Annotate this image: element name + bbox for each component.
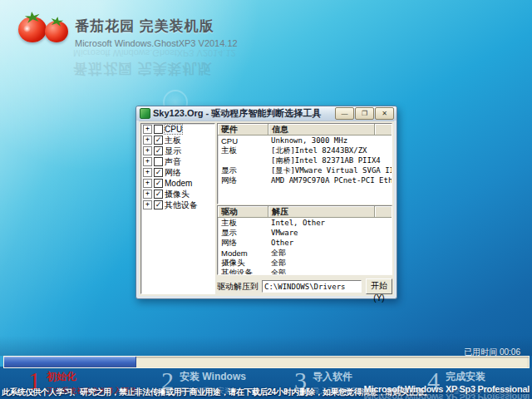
table-row[interactable]: 网络AMD AM79C970A PCnet-PCI Ethernet Ada..… [218, 175, 392, 185]
tree-item[interactable]: +✓网络 [141, 167, 214, 178]
device-checkbox[interactable] [154, 157, 163, 166]
table-row[interactable]: CPUUnknown, 3000 MHz [218, 135, 392, 145]
window-client-area: +CPU+✓主板+✓显示+声音+✓网络+✓Modem+✓摄像头+✓其他设备 硬件… [139, 121, 394, 296]
cell-value: 全部 [268, 268, 392, 276]
driver-table-body: 主板Intel, Other显示VMware网络OtherModem全部摄像头全… [218, 218, 392, 275]
driver-tool-window: Sky123.Org - 驱动程序智能判断选择工具 — ❐ ✕ +CPU+✓主板… [135, 106, 397, 299]
extract-row: 驱动解压到 开始(Y) [217, 278, 392, 294]
os-watermark: Microsoft Windows XP Sp3 Professional Mi… [364, 385, 530, 399]
hardware-table-body: CPUUnknown, 3000 MHz主板[北桥]Intel 82443BX/… [218, 135, 392, 185]
tree-item-label: 显示 [165, 145, 181, 157]
cell-label: 网络 [218, 175, 268, 186]
extract-path-input[interactable] [262, 280, 362, 293]
column-header[interactable]: 硬件 [218, 124, 268, 135]
hardware-table-header[interactable]: 硬件信息 [218, 124, 392, 135]
cell-value: [显卡]VMware Virtual SVGA II [268, 165, 392, 176]
column-header[interactable]: 信息 [268, 124, 375, 135]
cell-value: Other [268, 239, 392, 247]
tree-item[interactable]: +✓Modem [141, 178, 214, 189]
brand-logo: 番茄花园 完美装机版 Microsoft Windows.GhostXP3 V2… [18, 12, 238, 48]
tree-item-label: 主板 [165, 135, 181, 146]
cell-label: 主板 [218, 145, 268, 156]
tree-item[interactable]: +✓其他设备 [141, 200, 214, 210]
tree-item[interactable]: +声音 [141, 156, 214, 167]
expand-plus-icon[interactable]: + [143, 190, 152, 199]
tree-item-label: CPU [165, 125, 182, 134]
column-header[interactable] [375, 124, 392, 135]
brand-subtitle: Microsoft Windows.GhostXP3 V2014.12 [75, 38, 238, 48]
start-button[interactable]: 开始(Y) [366, 278, 392, 294]
column-header[interactable]: 解压 [268, 206, 375, 217]
cell-label: 网络 [218, 238, 268, 249]
expand-plus-icon[interactable]: + [143, 157, 152, 166]
table-row[interactable]: 其他设备全部 [218, 268, 392, 275]
column-header[interactable] [375, 206, 392, 217]
table-row[interactable]: 摄像头全部 [218, 258, 392, 268]
wallpaper-dark-band [0, 336, 532, 356]
tree-item[interactable]: +✓摄像头 [141, 189, 214, 200]
brand-reflection: 番茄花园 完美装机版 Microsoft Windows.GhostXP3 V2… [73, 48, 236, 78]
step-title: 完成安装 [446, 370, 513, 384]
desktop: 番茄花园 完美装机版 Microsoft Windows.GhostXP3 V2… [0, 0, 532, 399]
tree-item-label: Modem [165, 179, 192, 188]
tree-item-label: 网络 [165, 167, 181, 179]
driver-table: 驱动解压 主板Intel, Other显示VMware网络OtherModem全… [217, 205, 392, 275]
app-icon [140, 108, 150, 119]
cell-label: Modem [218, 249, 268, 258]
tree-item-label: 声音 [165, 156, 181, 168]
expand-plus-icon[interactable]: + [143, 125, 152, 134]
step-title: 初始化 [47, 370, 136, 384]
table-row[interactable]: 网络Other [218, 238, 392, 248]
cell-value: Unknown, 3000 MHz [268, 136, 392, 145]
expand-plus-icon[interactable]: + [143, 135, 152, 145]
title-bar[interactable]: Sky123.Org - 驱动程序智能判断选择工具 — ❐ ✕ [136, 106, 397, 121]
table-row[interactable]: 主板Intel, Other [218, 218, 392, 228]
cell-label: 其他设备 [218, 268, 268, 276]
cell-value: Intel, Other [268, 219, 392, 227]
tree-item[interactable]: +✓主板 [141, 135, 214, 145]
table-row[interactable]: 显示[显卡]VMware Virtual SVGA II [218, 165, 392, 175]
expand-plus-icon[interactable]: + [143, 200, 152, 209]
window-title: Sky123.Org - 驱动程序智能判断选择工具 [153, 107, 335, 120]
expand-plus-icon[interactable]: + [143, 168, 152, 177]
brand-title: 番茄花园 完美装机版 [75, 17, 238, 36]
device-checkbox[interactable]: ✓ [154, 179, 163, 188]
step-title: 安装 Windows [180, 370, 246, 384]
device-checkbox[interactable] [154, 125, 163, 134]
tree-item-label: 其他设备 [165, 200, 198, 211]
tree-item[interactable]: +✓显示 [141, 145, 214, 156]
table-row[interactable]: Modem全部 [218, 248, 392, 258]
device-checkbox[interactable]: ✓ [154, 190, 163, 199]
os-watermark-reflection: Microsoft Windows XP Sp3 Professional [364, 393, 530, 399]
progress-bar [3, 356, 530, 368]
column-header[interactable]: 驱动 [218, 206, 268, 217]
device-checkbox[interactable]: ✓ [154, 146, 163, 155]
maximize-button[interactable]: ❐ [355, 107, 374, 120]
device-checkbox[interactable]: ✓ [154, 135, 163, 145]
expand-plus-icon[interactable]: + [143, 146, 152, 155]
minimize-button[interactable]: — [335, 107, 354, 120]
device-checkbox[interactable]: ✓ [154, 168, 163, 177]
driver-table-header[interactable]: 驱动解压 [218, 206, 392, 218]
tree-item-label: 摄像头 [165, 189, 190, 200]
tree-item[interactable]: +CPU [141, 124, 214, 135]
expand-plus-icon[interactable]: + [143, 179, 152, 188]
cell-value: AMD AM79C970A PCnet-PCI Ethernet Ada... [268, 176, 392, 185]
tomato-logo-icon [18, 12, 70, 48]
table-row[interactable]: 显示VMware [218, 228, 392, 238]
progress-fill [4, 357, 136, 367]
close-button[interactable]: ✕ [375, 107, 394, 120]
table-row[interactable]: [南桥]Intel 82371AB PIIX4 [218, 155, 392, 165]
step-title: 导入软件 [313, 370, 357, 384]
device-checkbox[interactable]: ✓ [154, 200, 163, 209]
table-row[interactable]: 主板[北桥]Intel 82443BX/ZX [218, 145, 392, 155]
extract-path-label: 驱动解压到 [217, 281, 259, 293]
cell-value: VMware [268, 229, 392, 237]
device-tree[interactable]: +CPU+✓主板+✓显示+声音+✓网络+✓Modem+✓摄像头+✓其他设备 [140, 123, 215, 294]
hardware-table: 硬件信息 CPUUnknown, 3000 MHz主板[北桥]Intel 824… [217, 123, 392, 204]
cell-label: CPU [218, 136, 268, 145]
